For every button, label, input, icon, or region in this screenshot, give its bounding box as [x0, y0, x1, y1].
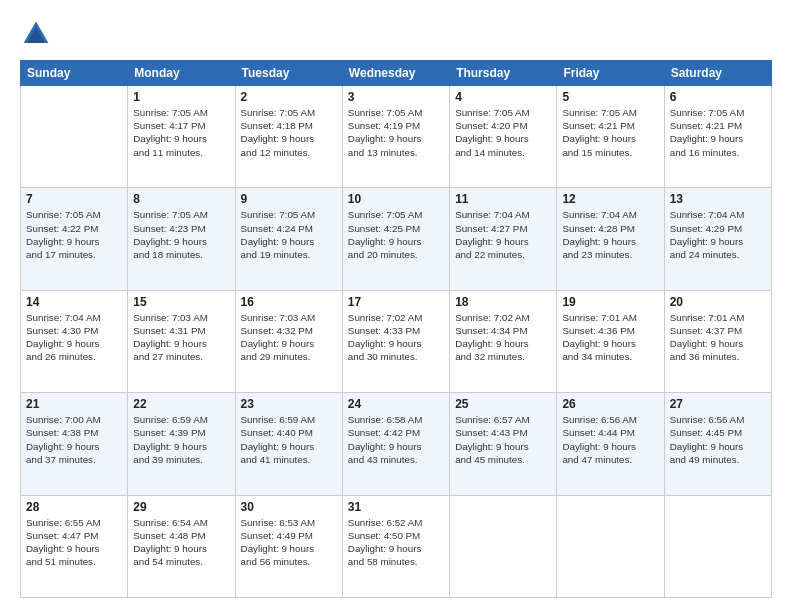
- calendar-cell: 23Sunrise: 6:59 AM Sunset: 4:40 PM Dayli…: [235, 393, 342, 495]
- calendar-cell: 19Sunrise: 7:01 AM Sunset: 4:36 PM Dayli…: [557, 290, 664, 392]
- day-detail: Sunrise: 7:05 AM Sunset: 4:21 PM Dayligh…: [562, 106, 658, 159]
- day-detail: Sunrise: 7:04 AM Sunset: 4:30 PM Dayligh…: [26, 311, 122, 364]
- calendar-cell: [450, 495, 557, 597]
- day-number: 28: [26, 500, 122, 514]
- calendar-cell: 11Sunrise: 7:04 AM Sunset: 4:27 PM Dayli…: [450, 188, 557, 290]
- day-detail: Sunrise: 6:59 AM Sunset: 4:39 PM Dayligh…: [133, 413, 229, 466]
- calendar-cell: 2Sunrise: 7:05 AM Sunset: 4:18 PM Daylig…: [235, 86, 342, 188]
- calendar-cell: 4Sunrise: 7:05 AM Sunset: 4:20 PM Daylig…: [450, 86, 557, 188]
- day-detail: Sunrise: 7:01 AM Sunset: 4:36 PM Dayligh…: [562, 311, 658, 364]
- day-detail: Sunrise: 6:55 AM Sunset: 4:47 PM Dayligh…: [26, 516, 122, 569]
- calendar-header: SundayMondayTuesdayWednesdayThursdayFrid…: [21, 61, 772, 86]
- day-number: 9: [241, 192, 337, 206]
- day-number: 2: [241, 90, 337, 104]
- calendar-cell: 10Sunrise: 7:05 AM Sunset: 4:25 PM Dayli…: [342, 188, 449, 290]
- day-detail: Sunrise: 6:54 AM Sunset: 4:48 PM Dayligh…: [133, 516, 229, 569]
- calendar-cell: [21, 86, 128, 188]
- day-detail: Sunrise: 6:56 AM Sunset: 4:45 PM Dayligh…: [670, 413, 766, 466]
- calendar-cell: 29Sunrise: 6:54 AM Sunset: 4:48 PM Dayli…: [128, 495, 235, 597]
- day-number: 20: [670, 295, 766, 309]
- day-number: 8: [133, 192, 229, 206]
- day-detail: Sunrise: 6:52 AM Sunset: 4:50 PM Dayligh…: [348, 516, 444, 569]
- day-detail: Sunrise: 7:05 AM Sunset: 4:25 PM Dayligh…: [348, 208, 444, 261]
- calendar-cell: 25Sunrise: 6:57 AM Sunset: 4:43 PM Dayli…: [450, 393, 557, 495]
- day-number: 11: [455, 192, 551, 206]
- day-detail: Sunrise: 6:53 AM Sunset: 4:49 PM Dayligh…: [241, 516, 337, 569]
- day-number: 14: [26, 295, 122, 309]
- day-number: 4: [455, 90, 551, 104]
- day-number: 16: [241, 295, 337, 309]
- day-number: 13: [670, 192, 766, 206]
- calendar-week-3: 14Sunrise: 7:04 AM Sunset: 4:30 PM Dayli…: [21, 290, 772, 392]
- calendar-cell: 21Sunrise: 7:00 AM Sunset: 4:38 PM Dayli…: [21, 393, 128, 495]
- calendar-cell: 16Sunrise: 7:03 AM Sunset: 4:32 PM Dayli…: [235, 290, 342, 392]
- day-detail: Sunrise: 7:05 AM Sunset: 4:18 PM Dayligh…: [241, 106, 337, 159]
- weekday-monday: Monday: [128, 61, 235, 86]
- day-detail: Sunrise: 6:59 AM Sunset: 4:40 PM Dayligh…: [241, 413, 337, 466]
- weekday-saturday: Saturday: [664, 61, 771, 86]
- day-detail: Sunrise: 7:04 AM Sunset: 4:29 PM Dayligh…: [670, 208, 766, 261]
- calendar-cell: 9Sunrise: 7:05 AM Sunset: 4:24 PM Daylig…: [235, 188, 342, 290]
- day-detail: Sunrise: 7:05 AM Sunset: 4:23 PM Dayligh…: [133, 208, 229, 261]
- weekday-friday: Friday: [557, 61, 664, 86]
- day-number: 5: [562, 90, 658, 104]
- calendar-week-4: 21Sunrise: 7:00 AM Sunset: 4:38 PM Dayli…: [21, 393, 772, 495]
- day-detail: Sunrise: 7:04 AM Sunset: 4:27 PM Dayligh…: [455, 208, 551, 261]
- logo: [20, 18, 56, 50]
- calendar-cell: 18Sunrise: 7:02 AM Sunset: 4:34 PM Dayli…: [450, 290, 557, 392]
- calendar-table: SundayMondayTuesdayWednesdayThursdayFrid…: [20, 60, 772, 598]
- logo-icon: [20, 18, 52, 50]
- day-detail: Sunrise: 7:05 AM Sunset: 4:21 PM Dayligh…: [670, 106, 766, 159]
- weekday-wednesday: Wednesday: [342, 61, 449, 86]
- day-number: 10: [348, 192, 444, 206]
- calendar-cell: 24Sunrise: 6:58 AM Sunset: 4:42 PM Dayli…: [342, 393, 449, 495]
- day-number: 6: [670, 90, 766, 104]
- calendar-cell: 1Sunrise: 7:05 AM Sunset: 4:17 PM Daylig…: [128, 86, 235, 188]
- calendar-week-1: 1Sunrise: 7:05 AM Sunset: 4:17 PM Daylig…: [21, 86, 772, 188]
- day-number: 1: [133, 90, 229, 104]
- calendar-cell: 20Sunrise: 7:01 AM Sunset: 4:37 PM Dayli…: [664, 290, 771, 392]
- day-number: 22: [133, 397, 229, 411]
- calendar-cell: 7Sunrise: 7:05 AM Sunset: 4:22 PM Daylig…: [21, 188, 128, 290]
- day-number: 27: [670, 397, 766, 411]
- calendar-cell: 5Sunrise: 7:05 AM Sunset: 4:21 PM Daylig…: [557, 86, 664, 188]
- day-detail: Sunrise: 7:05 AM Sunset: 4:22 PM Dayligh…: [26, 208, 122, 261]
- page: SundayMondayTuesdayWednesdayThursdayFrid…: [0, 0, 792, 612]
- day-number: 25: [455, 397, 551, 411]
- day-detail: Sunrise: 6:57 AM Sunset: 4:43 PM Dayligh…: [455, 413, 551, 466]
- weekday-tuesday: Tuesday: [235, 61, 342, 86]
- day-number: 3: [348, 90, 444, 104]
- day-detail: Sunrise: 7:05 AM Sunset: 4:20 PM Dayligh…: [455, 106, 551, 159]
- day-detail: Sunrise: 7:03 AM Sunset: 4:32 PM Dayligh…: [241, 311, 337, 364]
- day-number: 24: [348, 397, 444, 411]
- calendar-week-5: 28Sunrise: 6:55 AM Sunset: 4:47 PM Dayli…: [21, 495, 772, 597]
- calendar-cell: 28Sunrise: 6:55 AM Sunset: 4:47 PM Dayli…: [21, 495, 128, 597]
- calendar-cell: 22Sunrise: 6:59 AM Sunset: 4:39 PM Dayli…: [128, 393, 235, 495]
- day-detail: Sunrise: 7:05 AM Sunset: 4:24 PM Dayligh…: [241, 208, 337, 261]
- weekday-header-row: SundayMondayTuesdayWednesdayThursdayFrid…: [21, 61, 772, 86]
- day-detail: Sunrise: 7:05 AM Sunset: 4:19 PM Dayligh…: [348, 106, 444, 159]
- calendar-week-2: 7Sunrise: 7:05 AM Sunset: 4:22 PM Daylig…: [21, 188, 772, 290]
- calendar-cell: 26Sunrise: 6:56 AM Sunset: 4:44 PM Dayli…: [557, 393, 664, 495]
- calendar-cell: 27Sunrise: 6:56 AM Sunset: 4:45 PM Dayli…: [664, 393, 771, 495]
- day-number: 19: [562, 295, 658, 309]
- day-number: 17: [348, 295, 444, 309]
- calendar-cell: 13Sunrise: 7:04 AM Sunset: 4:29 PM Dayli…: [664, 188, 771, 290]
- day-number: 15: [133, 295, 229, 309]
- calendar-cell: [664, 495, 771, 597]
- weekday-sunday: Sunday: [21, 61, 128, 86]
- day-number: 23: [241, 397, 337, 411]
- day-detail: Sunrise: 7:03 AM Sunset: 4:31 PM Dayligh…: [133, 311, 229, 364]
- day-number: 12: [562, 192, 658, 206]
- calendar-cell: [557, 495, 664, 597]
- calendar-cell: 6Sunrise: 7:05 AM Sunset: 4:21 PM Daylig…: [664, 86, 771, 188]
- calendar-body: 1Sunrise: 7:05 AM Sunset: 4:17 PM Daylig…: [21, 86, 772, 598]
- day-number: 30: [241, 500, 337, 514]
- calendar-cell: 12Sunrise: 7:04 AM Sunset: 4:28 PM Dayli…: [557, 188, 664, 290]
- day-detail: Sunrise: 7:05 AM Sunset: 4:17 PM Dayligh…: [133, 106, 229, 159]
- day-number: 29: [133, 500, 229, 514]
- day-detail: Sunrise: 7:04 AM Sunset: 4:28 PM Dayligh…: [562, 208, 658, 261]
- day-detail: Sunrise: 7:02 AM Sunset: 4:34 PM Dayligh…: [455, 311, 551, 364]
- day-detail: Sunrise: 7:01 AM Sunset: 4:37 PM Dayligh…: [670, 311, 766, 364]
- day-number: 31: [348, 500, 444, 514]
